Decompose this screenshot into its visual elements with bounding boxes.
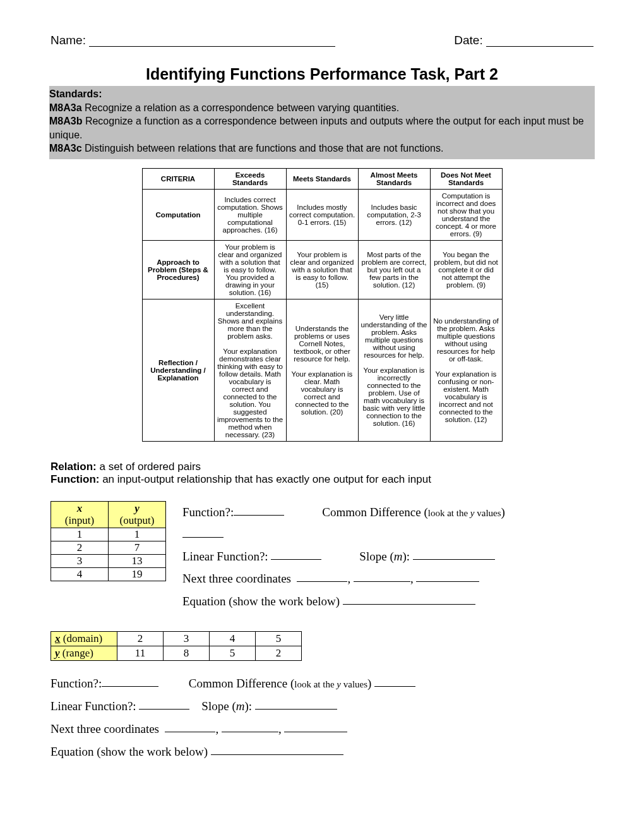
cell: 3 xyxy=(51,555,109,568)
label: Slope ( xyxy=(359,550,393,563)
y-row: y (range) 11 8 5 2 xyxy=(51,646,302,660)
blank[interactable] xyxy=(234,504,284,516)
definition-item: Function: an input-output relationship t… xyxy=(51,473,593,486)
label: Next three coordinates xyxy=(51,722,159,735)
y-sub: (output) xyxy=(120,514,155,526)
label: Equation (show the work below) xyxy=(182,595,340,608)
x-header: x(input) xyxy=(51,501,109,528)
blank[interactable] xyxy=(139,698,189,710)
x-sub: (input) xyxy=(65,514,94,526)
standard-code: M8A3b xyxy=(49,116,82,126)
standard-text: Recognize a relation as a correspondence… xyxy=(82,102,400,113)
rubric-cell: You began the problem, but did not compl… xyxy=(430,240,502,299)
rubric-cell: Includes correct computation. Shows mult… xyxy=(214,189,286,240)
rubric-criteria: Reflection / Understanding / Explanation xyxy=(142,299,214,441)
rubric-header: CRITERIA xyxy=(142,168,214,189)
rubric-header-row: CRITERIA Exceeds Standards Meets Standar… xyxy=(142,168,502,189)
q-slope: Slope (m): xyxy=(201,699,337,713)
blank[interactable] xyxy=(165,721,215,732)
q-linear: Linear Function?: xyxy=(51,699,189,713)
label-small: values xyxy=(341,679,367,689)
name-field[interactable]: Name: xyxy=(51,32,335,47)
blank[interactable] xyxy=(182,526,224,538)
q-next-three: Next three coordinates , , xyxy=(51,718,593,740)
x-var: x xyxy=(77,502,83,514)
row: Function?: Common Difference (look at th… xyxy=(51,672,593,695)
header-row: Name: Date: xyxy=(51,32,593,47)
q-slope: Slope (m): xyxy=(359,545,494,567)
m-italic: m xyxy=(236,699,245,713)
blank[interactable] xyxy=(354,571,410,582)
blank[interactable] xyxy=(102,675,158,687)
standard-text: Distinguish between relations that are f… xyxy=(82,143,444,154)
label: Common Difference ( xyxy=(322,505,427,519)
name-blank[interactable] xyxy=(89,34,335,47)
rubric-cell: Your problem is clear and organized with… xyxy=(214,240,286,299)
label: Common Difference ( xyxy=(189,677,294,690)
y-label: (range) xyxy=(60,647,93,659)
cell: 2 xyxy=(256,646,302,660)
standard-item: M8A3b Recognize a function as a correspo… xyxy=(49,114,595,142)
rubric-cell: No understanding of the problem. Asks mu… xyxy=(430,299,502,441)
blank[interactable] xyxy=(343,593,475,604)
blank[interactable] xyxy=(211,744,343,755)
blank[interactable] xyxy=(271,548,321,560)
blank[interactable] xyxy=(416,571,479,582)
label: ) xyxy=(367,677,371,690)
label: Linear Function?: xyxy=(182,550,268,563)
q-linear: Linear Function?: xyxy=(182,545,321,567)
cell: 19 xyxy=(109,568,166,581)
standards-heading: Standards: xyxy=(49,87,595,101)
rubric-cell: Includes mostly correct computation. 0-1… xyxy=(286,189,358,240)
m-italic: m xyxy=(394,550,403,563)
label: Function?: xyxy=(51,677,102,690)
standard-item: M8A3c Distinguish between relations that… xyxy=(49,142,595,155)
name-label: Name: xyxy=(51,33,86,47)
q-common-diff: Common Difference (look at the y values) xyxy=(322,501,505,523)
cell: 3 xyxy=(164,631,210,646)
date-field[interactable]: Date: xyxy=(454,32,593,47)
y-italic: y xyxy=(337,679,341,689)
q-common-diff: Common Difference (look at the y values) xyxy=(189,677,415,690)
cell: 11 xyxy=(117,646,164,660)
cell: 13 xyxy=(109,555,166,568)
rubric-row: Reflection / Understanding / Explanation… xyxy=(142,299,502,441)
cell: 2 xyxy=(51,541,109,555)
rubric-cell: Excellent understanding. Shows and expla… xyxy=(214,299,286,441)
y-var: y xyxy=(134,502,140,514)
rubric-header: Almost Meets Standards xyxy=(358,168,430,189)
table-row: 27 xyxy=(51,541,166,555)
rubric-cell: Computation is incorrect and does not sh… xyxy=(430,189,502,240)
rubric-row: Approach to Problem (Steps & Procedures)… xyxy=(142,240,502,299)
definition-text: an input-output relationship that has ex… xyxy=(99,473,431,485)
page-title: Identifying Functions Performance Task, … xyxy=(51,65,593,83)
cell: 5 xyxy=(210,646,256,660)
blank[interactable] xyxy=(255,698,337,710)
table-row: 419 xyxy=(51,568,166,581)
cell: 5 xyxy=(256,631,302,646)
cell: 2 xyxy=(117,631,164,646)
cell: 1 xyxy=(51,528,109,541)
rubric-criteria: Computation xyxy=(142,189,214,240)
date-blank[interactable] xyxy=(486,34,593,47)
label: ): xyxy=(402,550,410,563)
rubric-header: Does Not Meet Standards xyxy=(430,168,502,189)
xy-table-horizontal: x (domain) 2 3 4 5 y (range) 11 8 5 2 xyxy=(51,631,302,661)
table-row: 11 xyxy=(51,528,166,541)
definitions: Relation: a set of ordered pairs Functio… xyxy=(51,461,593,486)
y-var: y xyxy=(55,647,60,659)
standard-code: M8A3a xyxy=(49,102,82,113)
cell: 4 xyxy=(51,568,109,581)
label-small: look at the xyxy=(428,508,470,518)
blank[interactable] xyxy=(284,721,347,732)
definition-item: Relation: a set of ordered pairs xyxy=(51,461,593,473)
blank[interactable] xyxy=(413,548,495,560)
x-label: (domain) xyxy=(61,632,103,644)
blank[interactable] xyxy=(374,675,415,687)
standards-box: Standards: M8A3a Recognize a relation as… xyxy=(49,86,595,159)
label: Next three coordinates xyxy=(182,572,291,585)
xy-table-vertical: x(input) y(output) 11 27 313 419 xyxy=(51,501,166,581)
blank[interactable] xyxy=(222,721,278,732)
blank[interactable] xyxy=(297,571,347,582)
rubric-header: Meets Standards xyxy=(286,168,358,189)
